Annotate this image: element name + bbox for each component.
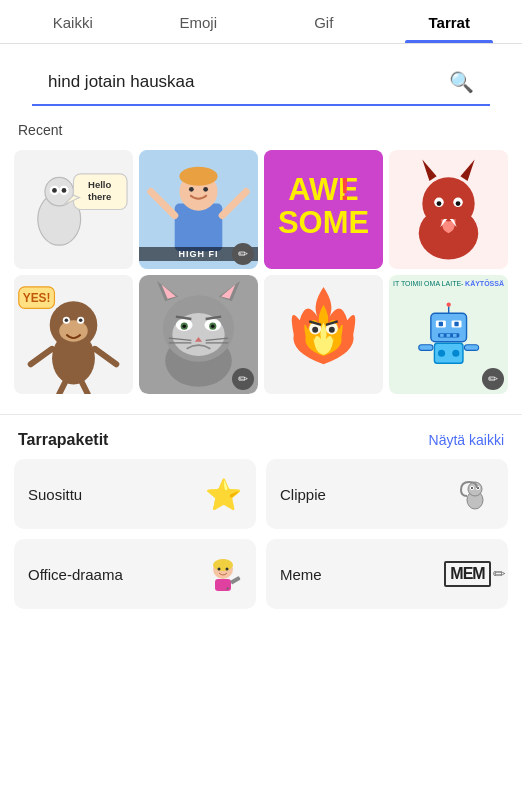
recent-label: Recent xyxy=(0,106,522,146)
edit-badge-highfive[interactable]: ✏ xyxy=(232,243,254,265)
svg-rect-78 xyxy=(438,322,442,326)
svg-point-14 xyxy=(189,187,194,192)
packs-title: Tarrapaketit xyxy=(18,431,108,449)
svg-point-4 xyxy=(52,188,57,193)
svg-point-71 xyxy=(312,327,318,333)
search-input[interactable] xyxy=(48,72,449,92)
svg-point-39 xyxy=(65,318,69,322)
svg-rect-90 xyxy=(464,344,478,350)
sticker-grid: Hello there HIGH FI ✏ xyxy=(0,146,522,404)
tab-bar: Kaikki Emoji Gif Tarrat xyxy=(0,0,522,44)
pack-meme-icon: MEM ✏ xyxy=(456,555,494,593)
svg-rect-102 xyxy=(230,576,241,584)
svg-text:!: ! xyxy=(340,172,350,207)
svg-rect-79 xyxy=(454,322,458,326)
pack-office-draama[interactable]: Office-draama xyxy=(14,539,256,609)
search-bar: 🔍 xyxy=(32,56,490,106)
svg-text:YES!: YES! xyxy=(23,291,51,305)
sticker-yes-svg: YES! xyxy=(14,275,133,394)
svg-point-98 xyxy=(213,559,233,571)
pack-office-draama-name: Office-draama xyxy=(28,566,123,583)
svg-point-60 xyxy=(211,324,215,328)
svg-point-59 xyxy=(182,324,186,328)
tab-tarrat[interactable]: Tarrat xyxy=(387,0,513,43)
pack-office-draama-icon xyxy=(204,555,242,593)
sticker-fire[interactable] xyxy=(264,275,383,394)
pack-clippie[interactable]: Clippie xyxy=(266,459,508,529)
see-all-button[interactable]: Näytä kaikki xyxy=(429,432,504,448)
robot-text-left: IT TOIMII OMA LAITE- xyxy=(393,280,463,288)
sticker-hello-svg: Hello there xyxy=(14,150,133,269)
svg-point-100 xyxy=(226,568,229,571)
svg-rect-81 xyxy=(440,334,444,337)
svg-point-99 xyxy=(218,568,221,571)
sticker-highfive[interactable]: HIGH FI ✏ xyxy=(139,150,258,269)
sticker-awesome[interactable]: AWE ! SOME xyxy=(264,150,383,269)
svg-text:Hello: Hello xyxy=(88,179,111,190)
svg-rect-82 xyxy=(446,334,450,337)
tab-emoji[interactable]: Emoji xyxy=(136,0,262,43)
svg-point-72 xyxy=(329,327,335,333)
svg-rect-83 xyxy=(453,334,457,337)
svg-point-30 xyxy=(456,201,461,206)
pack-suosittu-name: Suosittu xyxy=(28,486,82,503)
sticker-fire-svg xyxy=(264,275,383,394)
edit-badge-cat[interactable]: ✏ xyxy=(232,368,254,390)
pack-meme[interactable]: Meme MEM ✏ xyxy=(266,539,508,609)
svg-point-13 xyxy=(179,167,217,186)
svg-point-40 xyxy=(79,318,83,322)
svg-point-5 xyxy=(62,188,67,193)
sticker-robot-svg xyxy=(413,299,484,370)
edit-badge-robot[interactable]: ✏ xyxy=(482,368,504,390)
tab-gif[interactable]: Gif xyxy=(261,0,387,43)
sticker-yes[interactable]: YES! xyxy=(14,275,133,394)
svg-rect-89 xyxy=(419,344,433,350)
sticker-devil-svg xyxy=(389,150,508,269)
pack-suosittu-icon: ⭐ xyxy=(205,477,242,512)
sticker-awesome-svg: AWE ! SOME xyxy=(264,150,383,269)
robot-text-right: KÄYTÖSSÄ xyxy=(465,280,504,287)
sticker-robot[interactable]: IT TOIMII OMA LAITE- KÄYTÖSSÄ xyxy=(389,275,508,394)
pack-clippie-name: Clippie xyxy=(280,486,326,503)
svg-point-95 xyxy=(471,487,473,489)
svg-text:SOME: SOME xyxy=(278,205,369,240)
packs-grid: Suosittu ⭐ Clippie Office-draama xyxy=(0,459,522,609)
svg-text:there: there xyxy=(88,191,111,202)
sticker-devil[interactable] xyxy=(389,150,508,269)
svg-point-87 xyxy=(438,349,445,356)
svg-point-54 xyxy=(172,313,224,356)
pack-clippie-icon xyxy=(456,475,494,513)
svg-point-88 xyxy=(452,349,459,356)
tab-kaikki[interactable]: Kaikki xyxy=(10,0,136,43)
packs-header: Tarrapaketit Näytä kaikki xyxy=(0,415,522,459)
svg-point-85 xyxy=(446,302,450,306)
sticker-hello[interactable]: Hello there xyxy=(14,150,133,269)
svg-point-15 xyxy=(203,187,208,192)
sticker-cat[interactable]: ✏ xyxy=(139,275,258,394)
svg-rect-11 xyxy=(175,204,223,252)
search-icon[interactable]: 🔍 xyxy=(449,70,474,94)
pack-suosittu[interactable]: Suosittu ⭐ xyxy=(14,459,256,529)
svg-point-29 xyxy=(437,201,442,206)
svg-rect-101 xyxy=(215,579,231,591)
pack-meme-name: Meme xyxy=(280,566,322,583)
